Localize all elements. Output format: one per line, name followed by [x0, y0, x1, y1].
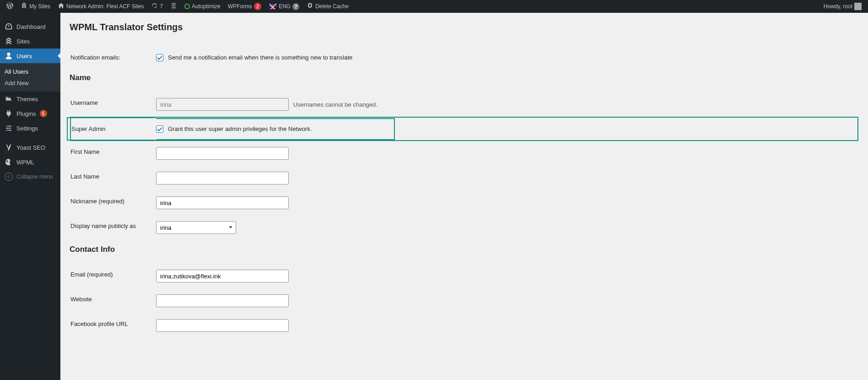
- first-name-input[interactable]: [156, 147, 289, 160]
- wpml-icon: [5, 158, 13, 166]
- autoptimize[interactable]: Autoptimize: [182, 0, 223, 13]
- wpforms-label: WPForms: [228, 3, 252, 10]
- menu-wpml[interactable]: WPML: [0, 155, 60, 169]
- autoptimize-icon: [184, 4, 190, 9]
- nickname-label: Nickname (required): [70, 191, 155, 215]
- last-name-input[interactable]: [156, 172, 289, 185]
- display-name-select[interactable]: irina: [156, 221, 236, 234]
- page-title: WPML Translator Settings: [70, 22, 859, 33]
- notification-label: Notification emails:: [70, 47, 155, 68]
- menu-collapse-label: Collapse menu: [16, 174, 53, 180]
- wpforms-badge: 2: [254, 3, 261, 10]
- refresh-icon: [151, 2, 158, 11]
- settings-icon: [5, 124, 13, 132]
- menu-settings-label: Settings: [16, 125, 38, 132]
- refresh-count: 7: [160, 3, 163, 10]
- username-input: [156, 98, 289, 111]
- nickname-input[interactable]: [156, 196, 289, 209]
- username-desc: Usernames cannot be changed.: [293, 101, 377, 108]
- dashboard-icon: [5, 22, 13, 31]
- menu-users-label: Users: [16, 53, 32, 60]
- super-admin-checkbox[interactable]: [156, 125, 163, 133]
- menu-users[interactable]: Users: [0, 49, 60, 63]
- menu-settings[interactable]: Settings: [0, 121, 60, 136]
- sites-icon: [5, 37, 13, 45]
- wp-logo[interactable]: [4, 0, 16, 13]
- submenu-all-users[interactable]: All Users: [0, 66, 60, 77]
- lang-label: ENG: [279, 3, 291, 10]
- menu-yoast[interactable]: Yoast SEO: [0, 140, 60, 155]
- email-label: Email (required): [70, 264, 155, 288]
- menu-sites[interactable]: Sites: [0, 34, 60, 49]
- email-input[interactable]: [156, 270, 289, 282]
- notification-check-label[interactable]: Send me a notification email when there …: [168, 54, 352, 61]
- menu-wpml-label: WPML: [16, 159, 34, 166]
- menu-themes-label: Themes: [16, 96, 38, 103]
- admin-bar-left: My Sites Network Admin: Flexi ACF Sites …: [4, 0, 351, 13]
- avatar-icon: [854, 3, 862, 10]
- wpforms[interactable]: WPForms 2: [225, 0, 264, 13]
- menu-sites-label: Sites: [16, 38, 30, 45]
- facebook-input[interactable]: [156, 319, 289, 332]
- submenu-add-new[interactable]: Add New: [0, 77, 60, 89]
- menu-collapse[interactable]: Collapse menu: [0, 169, 60, 184]
- last-name-label: Last Name: [70, 166, 155, 190]
- home-icon: [58, 2, 65, 11]
- refresh[interactable]: 7: [148, 0, 166, 13]
- menu-plugins-label: Plugins: [16, 110, 36, 117]
- my-sites-label: My Sites: [29, 3, 50, 10]
- themes-icon: [5, 95, 13, 103]
- form-table-contact: Email (required) Website Facebook profil…: [70, 263, 859, 338]
- howdy-label: Howdy, root: [824, 3, 852, 10]
- site-name[interactable]: Network Admin: Flexi ACF Sites: [55, 0, 146, 13]
- super-admin-check-label[interactable]: Grant this user super admin privileges f…: [168, 125, 312, 132]
- super-admin-label: Super Admin: [70, 117, 155, 141]
- admin-bar-right: Howdy, root: [821, 0, 864, 13]
- wordpress-icon: [6, 2, 13, 11]
- backup-icon: [170, 2, 177, 11]
- cache-icon: [307, 2, 313, 11]
- menu-dashboard[interactable]: Dashboard: [0, 19, 60, 34]
- main-content: WPML Translator Settings Notification em…: [60, 13, 868, 380]
- menu-plugins[interactable]: Plugins 5: [0, 106, 60, 121]
- name-heading: Name: [70, 73, 859, 82]
- submenu-users: All Users Add New: [0, 63, 60, 92]
- site-name-label: Network Admin: Flexi ACF Sites: [66, 3, 144, 10]
- facebook-label: Facebook profile URL: [70, 314, 155, 337]
- website-label: Website: [70, 289, 155, 313]
- howdy-user[interactable]: Howdy, root: [821, 0, 864, 13]
- website-input[interactable]: [156, 294, 289, 307]
- notification-checkbox[interactable]: [156, 54, 163, 61]
- admin-bar: My Sites Network Admin: Flexi ACF Sites …: [0, 0, 868, 13]
- form-table-name: Username Usernames cannot be changed. Su…: [70, 92, 859, 240]
- backup-item[interactable]: [167, 0, 180, 13]
- delete-cache[interactable]: Delete Cache: [304, 0, 351, 13]
- menu-yoast-label: Yoast SEO: [16, 144, 45, 151]
- language-switch[interactable]: ENG ?: [266, 0, 302, 13]
- users-icon: [5, 52, 13, 60]
- collapse-icon: [5, 173, 13, 181]
- display-name-label: Display name publicly as: [70, 216, 155, 239]
- username-label: Username: [70, 92, 155, 116]
- form-table-notifications: Notification emails: Send me a notificat…: [70, 46, 859, 69]
- first-name-label: First Name: [70, 141, 155, 165]
- delete-cache-label: Delete Cache: [315, 3, 349, 10]
- autoptimize-label: Autoptimize: [192, 3, 221, 10]
- plugins-icon: [5, 109, 13, 118]
- help-icon: ?: [292, 3, 299, 10]
- plugins-badge: 5: [40, 110, 47, 117]
- flag-uk-icon: [269, 4, 277, 9]
- yoast-icon: [5, 143, 13, 152]
- my-sites[interactable]: My Sites: [18, 0, 53, 13]
- menu-themes[interactable]: Themes: [0, 92, 60, 106]
- sites-icon: [21, 2, 27, 11]
- admin-sidebar: Dashboard Sites Users All Users Add New …: [0, 13, 60, 380]
- contact-heading: Contact Info: [70, 245, 859, 254]
- menu-dashboard-label: Dashboard: [16, 23, 46, 30]
